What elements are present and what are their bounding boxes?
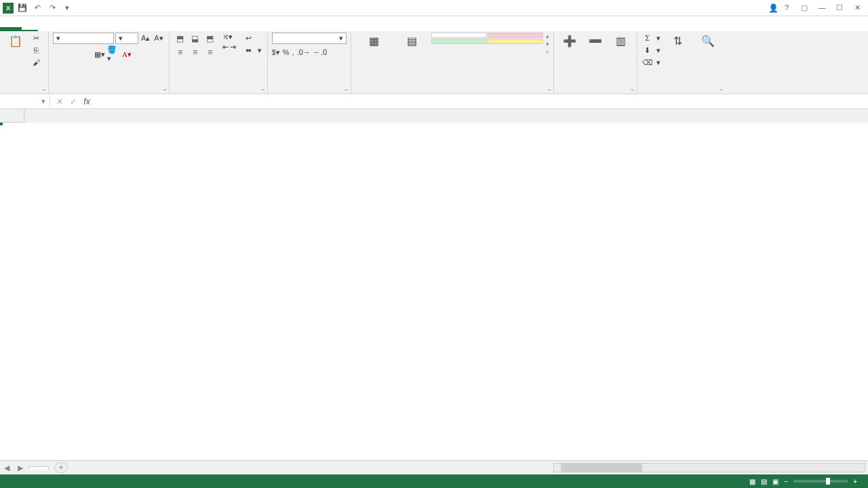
styles-more-icon[interactable]: ▴ xyxy=(546,33,549,39)
help-icon[interactable]: ? xyxy=(778,3,795,12)
autosum-button[interactable]: Σ ▾ xyxy=(642,33,662,43)
cut-button[interactable]: ✂ xyxy=(30,33,44,43)
view-normal-icon[interactable]: ▦ xyxy=(749,478,755,485)
percent-icon[interactable]: % xyxy=(283,48,290,57)
clipboard-group-label xyxy=(4,91,44,94)
paste-button[interactable]: 📋 xyxy=(4,33,27,50)
sheet-nav-next-icon[interactable]: ▶ xyxy=(14,464,27,472)
zoom-in-icon[interactable]: + xyxy=(853,478,857,485)
currency-icon[interactable]: $▾ xyxy=(272,48,280,57)
align-center-icon[interactable]: ≡ xyxy=(189,46,202,58)
horizontal-scrollbar[interactable] xyxy=(68,463,868,472)
decrease-indent-icon[interactable]: ⇤ xyxy=(222,43,229,52)
group-alignment: ⬒⬓⬒ ≡≡≡ ⤭▾ ⇤⇥ ↩ ⬌ ▾ xyxy=(170,31,268,94)
grow-font-icon[interactable]: A▴ xyxy=(140,33,151,44)
sort-icon: ⇅ xyxy=(670,33,686,49)
painter-icon: 🖌 xyxy=(31,58,41,67)
increase-decimal-icon[interactable]: .0→ xyxy=(297,48,311,57)
style-neutral[interactable] xyxy=(488,39,543,44)
group-clipboard: 📋 ✂ ⎘ 🖌 xyxy=(0,31,49,94)
table-icon: ▤ xyxy=(404,33,420,49)
increase-indent-icon[interactable]: ⇥ xyxy=(230,43,236,52)
status-bar: ▦ ▤ ▣ − + xyxy=(0,474,868,488)
insert-cells-button[interactable]: ➕ xyxy=(558,33,581,50)
find-select-button[interactable]: 🔍 xyxy=(694,33,722,50)
bold-button[interactable] xyxy=(53,48,65,60)
excel-icon: X xyxy=(3,3,14,14)
font-size-select[interactable]: ▾ xyxy=(115,33,138,44)
style-bad[interactable] xyxy=(488,33,543,38)
delete-cells-button[interactable]: ➖ xyxy=(584,33,607,50)
shrink-font-icon[interactable]: A▾ xyxy=(153,33,164,44)
account-avatar-icon[interactable]: 👤 xyxy=(768,3,778,13)
close-icon[interactable]: ✕ xyxy=(849,3,865,12)
name-box[interactable]: ▾ xyxy=(0,96,50,107)
align-bottom-icon[interactable]: ⬒ xyxy=(203,33,217,45)
format-cells-button[interactable]: ▥ xyxy=(610,33,633,50)
minimize-icon[interactable]: — xyxy=(814,3,830,12)
qat-dropdown-icon[interactable]: ▾ xyxy=(61,2,73,14)
border-button[interactable]: ▦▾ xyxy=(94,48,106,60)
sum-icon: Σ xyxy=(643,33,652,43)
sheet-nav-prev-icon[interactable]: ◀ xyxy=(0,464,14,472)
sheet-tab[interactable] xyxy=(28,466,49,470)
zoom-slider[interactable] xyxy=(793,480,848,483)
font-name-select[interactable]: ▾ xyxy=(53,33,114,44)
title-bar: X 💾 ↶ ↷ ▾ 👤 ? ▢ — ☐ ✕ xyxy=(0,0,868,16)
format-painter-button[interactable]: 🖌 xyxy=(30,57,44,68)
alignment-group-label xyxy=(174,91,263,94)
ribbon-options-icon[interactable]: ▢ xyxy=(796,3,812,12)
number-format-select[interactable]: ▾ xyxy=(272,33,347,44)
maximize-icon[interactable]: ☐ xyxy=(831,3,848,12)
group-editing: Σ ▾ ⬇ ▾ ⌫ ▾ ⇅ 🔍 xyxy=(637,31,726,94)
merge-center-button[interactable]: ⬌ ▾ xyxy=(243,45,263,56)
fill-button[interactable]: ⬇ ▾ xyxy=(642,45,662,56)
clear-button[interactable]: ⌫ ▾ xyxy=(642,57,662,68)
orientation-icon[interactable]: ⤭▾ xyxy=(222,33,236,41)
quick-access-toolbar: X 💾 ↶ ↷ ▾ xyxy=(0,2,73,14)
align-middle-icon[interactable]: ⬓ xyxy=(189,33,202,45)
sort-filter-button[interactable]: ⇅ xyxy=(665,33,692,50)
view-break-icon[interactable]: ▣ xyxy=(772,478,778,485)
comma-icon[interactable]: , xyxy=(292,48,294,57)
copy-button[interactable]: ⎘ xyxy=(30,45,44,56)
italic-button[interactable] xyxy=(66,48,79,60)
formula-bar: ▾ ✕ ✓ fx xyxy=(0,94,868,109)
save-icon[interactable]: 💾 xyxy=(16,2,28,14)
select-all-corner[interactable] xyxy=(0,109,24,123)
cancel-fx-icon[interactable]: ✕ xyxy=(54,97,65,106)
align-right-icon[interactable]: ≡ xyxy=(203,46,217,58)
cell-styles-gallery[interactable] xyxy=(431,33,543,44)
cond-format-icon: ▦ xyxy=(366,33,382,49)
window-buttons: ? ▢ — ☐ ✕ xyxy=(778,3,868,12)
style-normal[interactable] xyxy=(431,33,487,38)
fill-color-button[interactable]: 🪣▾ xyxy=(107,48,119,60)
font-color-button[interactable]: A▾ xyxy=(121,48,133,60)
zoom-out-icon[interactable]: − xyxy=(784,478,788,485)
fx-icon[interactable]: fx xyxy=(81,97,92,106)
wrap-text-button[interactable]: ↩ xyxy=(243,33,263,43)
style-good[interactable] xyxy=(431,39,487,44)
active-cell-outline xyxy=(0,123,3,125)
editing-group-label xyxy=(642,91,722,94)
align-left-icon[interactable]: ≡ xyxy=(174,46,187,58)
view-page-icon[interactable]: ▤ xyxy=(761,478,767,485)
ribbon: 📋 ✂ ⎘ 🖌 ▾ ▾ A▴ A▾ xyxy=(0,31,868,94)
underline-button[interactable] xyxy=(80,48,92,60)
enter-fx-icon[interactable]: ✓ xyxy=(68,97,79,106)
undo-icon[interactable]: ↶ xyxy=(31,2,43,14)
spreadsheet-grid[interactable] xyxy=(0,109,868,460)
formula-input[interactable] xyxy=(96,100,868,103)
add-sheet-button[interactable]: + xyxy=(54,462,68,473)
decrease-decimal-icon[interactable]: ←.0 xyxy=(313,48,327,57)
styles-group-label xyxy=(355,91,549,94)
insert-icon: ➕ xyxy=(561,33,578,49)
redo-icon[interactable]: ↷ xyxy=(46,2,58,14)
format-as-table-button[interactable]: ▤ xyxy=(396,33,429,50)
find-icon: 🔍 xyxy=(700,33,716,49)
conditional-formatting-button[interactable]: ▦ xyxy=(355,33,393,50)
column-headers xyxy=(0,109,868,123)
clear-icon: ⌫ xyxy=(643,58,652,67)
tab-home[interactable] xyxy=(22,26,38,31)
align-top-icon[interactable]: ⬒ xyxy=(174,33,187,45)
